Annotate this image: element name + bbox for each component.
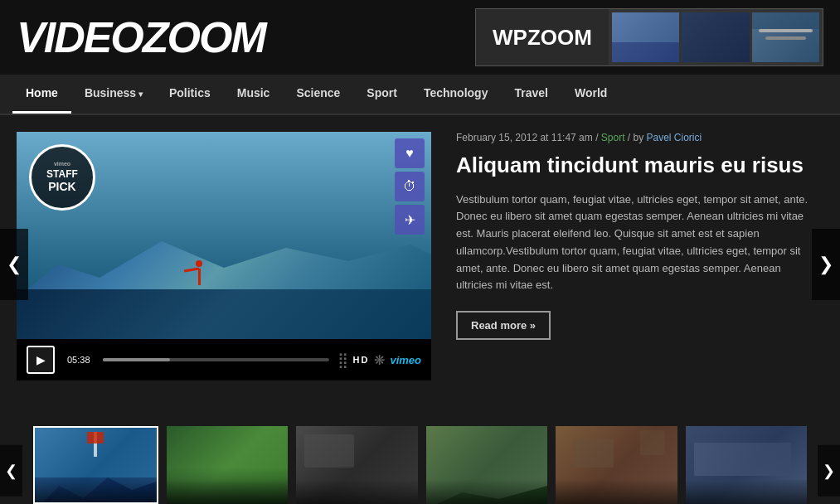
nav-item-politics[interactable]: Politics <box>156 75 224 114</box>
nav-link-home[interactable]: Home <box>12 75 71 114</box>
banner-screenshot-3 <box>752 12 819 62</box>
header: VIDEOZOOM WPZOOM <box>0 0 840 75</box>
main-prev-button[interactable]: ❮ <box>0 229 28 300</box>
post-author[interactable]: Pavel Ciorici <box>647 132 702 143</box>
nav-item-technology[interactable]: Technology <box>410 75 502 114</box>
page-wrapper: ❮ vimeo STAF <box>0 115 840 414</box>
thumbnail-1[interactable] <box>33 426 158 504</box>
watchlater-button[interactable]: ⏱ <box>395 172 425 201</box>
nav-item-travel[interactable]: Travel <box>501 75 561 114</box>
like-button[interactable]: ♥ <box>395 138 425 168</box>
main-next-button[interactable]: ❯ <box>812 229 840 300</box>
nav-link-science[interactable]: Science <box>283 75 353 111</box>
nav-item-sport[interactable]: Sport <box>353 75 410 114</box>
thumbnail-2[interactable] <box>167 426 289 504</box>
nav-link-politics[interactable]: Politics <box>156 75 224 111</box>
banner-screenshots <box>609 9 823 65</box>
staff-pick-badge: vimeo STAFF PICK <box>29 144 95 211</box>
thumb-next-button[interactable]: ❯ <box>818 444 840 496</box>
post-category[interactable]: Sport <box>601 132 625 143</box>
vimeo-logo: vimeo <box>390 354 421 366</box>
nav-link-technology[interactable]: Technology <box>410 75 502 111</box>
site-logo: VIDEOZOOM <box>17 12 265 62</box>
post-excerpt: Vestibulum tortor quam, feugiat vitae, u… <box>456 191 815 295</box>
thumbnail-6[interactable] <box>686 426 808 504</box>
nav-link-music[interactable]: Music <box>224 75 284 111</box>
video-thumbnail: vimeo STAFF PICK ♥ ⏱ ✈ <box>17 132 431 339</box>
thumbnails-section: ❮ <box>0 414 840 504</box>
main-content: vimeo STAFF PICK ♥ ⏱ ✈ ▶ 05:38 <box>0 115 840 414</box>
nav-link-business[interactable]: Business <box>71 75 156 111</box>
thumbnails-row <box>33 426 807 504</box>
hd-badge: HD <box>353 355 370 365</box>
banner-logo-text: WPZOOM <box>476 9 609 65</box>
thumb-prev-button[interactable]: ❮ <box>0 444 22 496</box>
post-meta: February 15, 2012 at 11:47 am / Sport / … <box>456 132 815 143</box>
nav-item-business[interactable]: Business <box>71 75 156 114</box>
post-content: February 15, 2012 at 11:47 am / Sport / … <box>448 132 823 380</box>
nav-link-travel[interactable]: Travel <box>501 75 561 111</box>
banner-inner: WPZOOM <box>476 9 823 65</box>
nav-item-science[interactable]: Science <box>283 75 353 114</box>
video-action-buttons: ♥ ⏱ ✈ <box>388 132 431 241</box>
nav-link-sport[interactable]: Sport <box>353 75 410 111</box>
play-button[interactable]: ▶ <box>27 346 55 374</box>
thumbnail-5[interactable] <box>556 426 677 504</box>
nav-item-home[interactable]: Home <box>12 75 71 114</box>
video-duration: 05:38 <box>63 353 95 366</box>
thumbnail-4[interactable] <box>426 426 548 504</box>
read-more-button[interactable]: Read more » <box>456 311 551 340</box>
nav-item-music[interactable]: Music <box>224 75 284 114</box>
post-title: Aliquam tincidunt mauris eu risus <box>456 152 815 179</box>
banner-screenshot-1 <box>612 12 679 62</box>
progress-fill <box>103 358 171 361</box>
main-nav: Home Business Politics Music Science Spo… <box>0 75 840 115</box>
nav-link-world[interactable]: World <box>561 75 620 111</box>
video-player: vimeo STAFF PICK ♥ ⏱ ✈ ▶ 05:38 <box>17 132 431 380</box>
share-button[interactable]: ✈ <box>395 205 425 235</box>
progress-bar[interactable] <box>103 358 329 361</box>
ad-banner[interactable]: WPZOOM <box>475 8 823 66</box>
video-controls: ▶ 05:38 ⣿ HD ❋ vimeo <box>17 339 431 380</box>
nav-item-world[interactable]: World <box>561 75 620 114</box>
post-date: February 15, 2012 at 11:47 am <box>456 132 593 143</box>
banner-screenshot-2 <box>682 12 749 62</box>
thumbnail-3[interactable] <box>296 426 418 504</box>
featured-post: vimeo STAFF PICK ♥ ⏱ ✈ ▶ 05:38 <box>17 132 823 380</box>
